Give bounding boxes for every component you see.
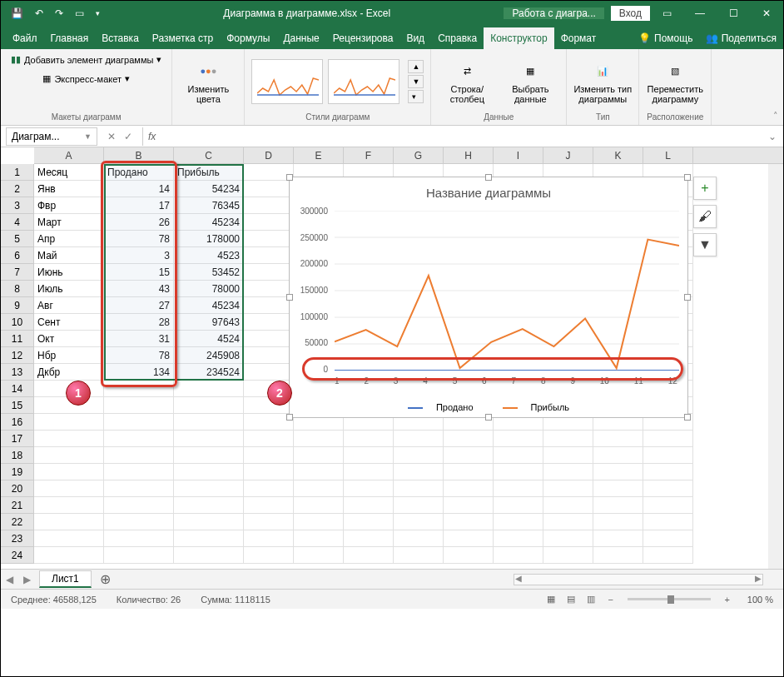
cell[interactable] [104, 480, 174, 497]
row-header-6[interactable]: 6 [1, 247, 34, 264]
cell[interactable] [294, 547, 344, 564]
cell[interactable] [34, 497, 104, 514]
cell[interactable]: Янв [34, 181, 104, 197]
cell[interactable] [344, 497, 394, 514]
cell[interactable] [543, 530, 593, 547]
resize-handle[interactable] [485, 414, 492, 421]
cell[interactable] [34, 431, 104, 447]
tab-data[interactable]: Данные [276, 27, 325, 49]
cell[interactable]: Сент [34, 314, 104, 331]
column-header-H[interactable]: H [444, 147, 494, 163]
cell[interactable] [244, 364, 294, 381]
cell[interactable] [394, 447, 444, 464]
cell[interactable]: 31 [104, 331, 174, 347]
name-box[interactable]: Диаграм...▼ [6, 127, 97, 146]
column-header-B[interactable]: B [104, 147, 174, 163]
cell[interactable]: 53452 [174, 264, 244, 281]
cell[interactable]: 3 [104, 247, 174, 264]
cell[interactable] [104, 464, 174, 480]
row-header-19[interactable]: 19 [1, 464, 34, 480]
select-data-button[interactable]: ▦Выбрать данные [501, 54, 559, 109]
cell[interactable] [174, 414, 244, 431]
cell[interactable]: Окт [34, 331, 104, 347]
cell[interactable] [543, 464, 593, 480]
cell[interactable] [494, 464, 543, 480]
resize-handle[interactable] [286, 174, 293, 181]
view-page-break-icon[interactable]: ▥ [581, 594, 601, 605]
column-header-K[interactable]: K [593, 147, 643, 163]
zoom-slider[interactable] [628, 598, 711, 600]
cell[interactable] [543, 497, 593, 514]
sheet-tab-1[interactable]: Лист1 [39, 570, 92, 588]
cell[interactable]: Фвр [34, 197, 104, 214]
row-header-23[interactable]: 23 [1, 530, 34, 547]
cell[interactable] [244, 497, 294, 514]
cell[interactable] [294, 480, 344, 497]
cell[interactable] [244, 331, 294, 347]
row-header-17[interactable]: 17 [1, 431, 34, 447]
tab-chart-design[interactable]: Конструктор [484, 27, 553, 49]
cell[interactable] [543, 431, 593, 447]
cell[interactable]: Май [34, 247, 104, 264]
cell[interactable] [494, 447, 543, 464]
row-header-24[interactable]: 24 [1, 547, 34, 564]
y-axis[interactable]: 050000100000150000200000250000300000 [290, 211, 331, 369]
tab-formulas[interactable]: Формулы [220, 27, 276, 49]
cell[interactable] [444, 497, 494, 514]
name-box-dropdown-icon[interactable]: ▼ [84, 132, 92, 141]
cell[interactable] [643, 530, 693, 547]
styles-gallery-up[interactable]: ▲ [408, 60, 424, 73]
cell[interactable] [444, 547, 494, 564]
quick-layout-button[interactable]: ▦Экспресс-макет ▾ [39, 72, 133, 86]
column-header-F[interactable]: F [344, 147, 394, 163]
chart-styles-button[interactable]: 🖌 [693, 205, 717, 228]
cell[interactable] [344, 514, 394, 530]
cell[interactable] [543, 514, 593, 530]
cell[interactable] [494, 547, 543, 564]
redo-icon[interactable]: ↷ [55, 7, 63, 19]
cell[interactable] [494, 431, 543, 447]
cell[interactable] [344, 464, 394, 480]
cell[interactable]: 17 [104, 197, 174, 214]
cell[interactable] [344, 530, 394, 547]
cell[interactable]: Нбр [34, 347, 104, 364]
cell[interactable] [104, 414, 174, 431]
row-header-2[interactable]: 2 [1, 181, 34, 197]
row-header-4[interactable]: 4 [1, 214, 34, 231]
chart-filters-button[interactable]: ▼ [693, 233, 717, 256]
cell[interactable] [394, 480, 444, 497]
sheet-nav-next[interactable]: ▶ [18, 574, 36, 585]
add-chart-element-button[interactable]: ▮▮Добавить элемент диаграммы ▾ [7, 52, 165, 67]
cell[interactable] [104, 497, 174, 514]
row-header-10[interactable]: 10 [1, 314, 34, 331]
cell[interactable] [444, 447, 494, 464]
cell[interactable] [174, 381, 244, 397]
cell[interactable] [494, 497, 543, 514]
cell[interactable]: Апр [34, 231, 104, 247]
cell[interactable] [104, 381, 174, 397]
formula-input[interactable] [161, 127, 762, 146]
cell[interactable] [593, 480, 643, 497]
styles-gallery-more[interactable]: ▾ [408, 90, 424, 103]
cell[interactable] [543, 447, 593, 464]
minimize-button[interactable]: — [683, 1, 717, 26]
tab-help[interactable]: Справка [431, 27, 484, 49]
cell[interactable] [593, 464, 643, 480]
share-button[interactable]: 👥 Поделиться [699, 27, 783, 49]
cell[interactable] [394, 530, 444, 547]
cell[interactable]: 134 [104, 364, 174, 381]
tab-view[interactable]: Вид [399, 27, 431, 49]
cell[interactable] [244, 447, 294, 464]
row-header-11[interactable]: 11 [1, 331, 34, 347]
row-header-5[interactable]: 5 [1, 231, 34, 247]
resize-handle[interactable] [286, 414, 293, 421]
cell[interactable]: 43 [104, 281, 174, 297]
chart-title[interactable]: Название диаграммы [290, 177, 687, 205]
cell[interactable]: 97643 [174, 314, 244, 331]
resize-handle[interactable] [684, 414, 691, 421]
tab-insert[interactable]: Вставка [95, 27, 146, 49]
cell[interactable] [593, 497, 643, 514]
row-header-18[interactable]: 18 [1, 447, 34, 464]
cell[interactable]: Июнь [34, 264, 104, 281]
chart-style-2[interactable] [328, 59, 399, 104]
